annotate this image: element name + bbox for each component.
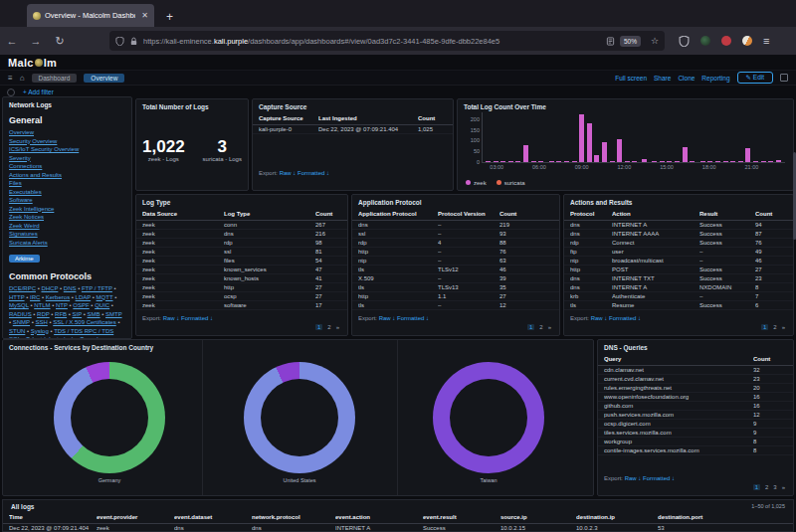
chart-bar[interactable] (660, 161, 665, 162)
table-row[interactable]: dnsINTERNET TXTSuccess23 (564, 274, 793, 283)
table-row[interactable]: http–76 (352, 248, 559, 257)
table-row[interactable]: Dec 22, 2023 @ 07:09:21.404zeekdnsdnsINT… (3, 524, 793, 532)
table-row[interactable]: zeekdns216 (136, 230, 347, 239)
table-row[interactable]: tls–12 (352, 301, 559, 310)
add-filter-button[interactable]: + Add filter (23, 89, 54, 95)
sidebar-link[interactable]: Suricata Alerts (9, 239, 125, 248)
panel-options-icon[interactable] (780, 74, 788, 82)
column-header[interactable]: Last Ingested (318, 115, 418, 121)
sidebar-link[interactable]: OSPF (73, 302, 89, 308)
table-row[interactable]: dnsINTERNET ANXDOMAIN8 (564, 283, 793, 292)
arkime-badge[interactable]: Arkime (9, 255, 40, 263)
page-link[interactable]: » (548, 324, 551, 330)
full-screen-link[interactable]: Full screen (615, 75, 647, 82)
column-header[interactable]: Capture Source (259, 115, 318, 121)
export-raw-link[interactable]: Raw ↓ (625, 475, 642, 481)
column-header[interactable]: destination.port (658, 514, 787, 520)
table-row[interactable]: httpPOSTSuccess27 (564, 266, 793, 274)
chart-bar[interactable] (564, 161, 569, 162)
export-raw-link[interactable]: Raw ↓ (379, 315, 396, 321)
chart-bar[interactable] (667, 161, 672, 162)
sidebar-link[interactable]: LDAP (76, 294, 92, 300)
column-header[interactable]: Count (418, 115, 447, 121)
page-link[interactable]: 2 (765, 484, 768, 490)
back-button[interactable]: ← (0, 35, 24, 47)
table-header[interactable]: QueryCount (598, 353, 793, 366)
page-link[interactable]: » (782, 484, 785, 490)
chart-bar[interactable] (738, 161, 743, 162)
extension-red-icon[interactable] (721, 36, 731, 46)
table-row[interactable]: rdp488 (352, 239, 559, 248)
table-header[interactable]: Data SourceLog TypeCount (136, 208, 347, 221)
table-row[interactable]: github.com16 (598, 402, 793, 411)
chart-bar[interactable] (556, 161, 561, 162)
sidebar-link[interactable]: NTLM (34, 302, 50, 308)
page-current[interactable]: 1 (527, 324, 534, 330)
table-row[interactable]: dnsINTERNET ASuccess94 (564, 221, 793, 230)
chart-bar[interactable] (700, 161, 705, 162)
table-row[interactable]: zeeksoftware17 (136, 301, 347, 310)
sidebar-link[interactable]: SMB (88, 311, 100, 317)
sidebar-link[interactable]: QUIC (95, 302, 109, 308)
chart-bar[interactable] (730, 161, 735, 162)
column-header[interactable]: destination.ip (576, 514, 658, 520)
chart-bar[interactable] (531, 161, 536, 162)
sidebar-link[interactable]: SNMP (13, 319, 30, 325)
table-row[interactable]: zeekconn267 (136, 221, 347, 230)
page-link[interactable]: 2 (773, 324, 776, 330)
table-header[interactable]: Timeevent.providerevent.datasetnetwork.p… (3, 511, 793, 524)
reader-view-icon[interactable] (606, 37, 615, 46)
table-row[interactable]: contile-images.services.mozilla.com8 (598, 446, 793, 455)
table-row[interactable]: zeekknown_hosts41 (136, 274, 347, 283)
table-row[interactable]: workgroup8 (598, 438, 793, 446)
column-header[interactable]: Result (699, 211, 755, 217)
column-header[interactable]: Protocol Version (438, 211, 499, 217)
column-header[interactable]: Count (499, 211, 553, 217)
sidebar-link[interactable]: ICS/IoT Security Overview (9, 145, 125, 154)
table-row[interactable]: zeekrdp98 (136, 239, 347, 248)
chart-bar[interactable] (683, 147, 688, 162)
reporting-link[interactable]: Reporting (701, 75, 729, 82)
table-row[interactable]: ssl–93 (352, 230, 559, 239)
column-header[interactable]: Data Source (142, 211, 224, 217)
chart-bar[interactable] (587, 123, 592, 162)
malcolm-logo[interactable]: Malclm (8, 57, 57, 69)
chart-bar[interactable] (494, 161, 498, 162)
chart-bar[interactable] (538, 161, 543, 162)
share-link[interactable]: Share (654, 75, 671, 82)
page-current[interactable]: 1 (315, 324, 322, 330)
sidebar-link[interactable]: Connections (9, 162, 125, 171)
sidebar-link[interactable]: IRC (30, 294, 40, 300)
table-row[interactable]: tiles.services.mozilla.com9 (598, 429, 793, 438)
sidebar-link[interactable]: SMTP (105, 311, 122, 317)
sidebar-link[interactable]: Security Overview (9, 137, 125, 146)
column-header[interactable]: Protocol (570, 211, 612, 217)
chart-bar[interactable] (508, 161, 513, 162)
filter-icon[interactable] (7, 89, 15, 96)
export-raw-link[interactable]: Raw ↓ (280, 170, 297, 176)
donut-chart-taiwan[interactable] (433, 362, 544, 473)
sidebar-link[interactable]: Zeek Notices (9, 213, 125, 222)
table-row[interactable]: current.cvd.clamav.net23 (598, 375, 793, 384)
donut-chart-germany[interactable] (54, 362, 165, 473)
table-row[interactable]: ntp–63 (352, 257, 559, 266)
column-header[interactable]: source.ip (500, 514, 576, 520)
column-header[interactable]: event.result (423, 514, 500, 520)
table-row[interactable]: dnsINTERNET AAAASuccess87 (564, 230, 793, 239)
chart-bar[interactable] (617, 139, 622, 162)
table-header[interactable]: Application ProtocolProtocol VersionCoun… (352, 208, 559, 221)
chart-bar[interactable] (500, 161, 505, 162)
lock-icon[interactable] (129, 37, 138, 46)
export-formatted-link[interactable]: Formatted ↓ (397, 315, 429, 321)
page-link[interactable]: » (782, 324, 785, 330)
table-row[interactable]: zeekssl81 (136, 248, 347, 257)
reload-button[interactable]: ↻ (48, 35, 72, 48)
sidebar-link[interactable]: DHCP (41, 285, 58, 291)
chart-bar[interactable] (707, 161, 712, 162)
url-bar[interactable]: https://kali-eminence.kali.purple/dashbo… (109, 31, 665, 51)
sidebar-link[interactable]: FTP / TFTP (82, 285, 112, 291)
column-header[interactable]: Application Protocol (358, 211, 438, 217)
chart-bar[interactable] (690, 161, 695, 162)
browser-tab[interactable]: Overview - Malcolm Dashboard ✕ (27, 4, 154, 27)
page-current[interactable]: 1 (753, 484, 760, 490)
